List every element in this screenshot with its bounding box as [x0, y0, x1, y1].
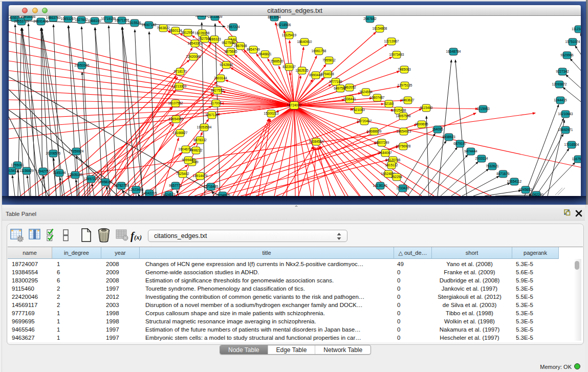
svg-text:9242848: 9242848 — [220, 63, 233, 67]
svg-text:19654923: 19654923 — [397, 129, 411, 133]
svg-text:2933114: 2933114 — [475, 157, 488, 160]
svg-text:2087682: 2087682 — [363, 17, 377, 20]
svg-text:10958107: 10958107 — [98, 180, 113, 184]
svg-text:15720407: 15720407 — [357, 119, 372, 123]
svg-text:7485063: 7485063 — [398, 68, 411, 71]
svg-text:22420046: 22420046 — [186, 55, 201, 58]
svg-text:12213309: 12213309 — [172, 84, 187, 88]
svg-text:2588520: 2588520 — [270, 59, 284, 63]
svg-text:9184067: 9184067 — [379, 151, 392, 155]
svg-text:1733426: 1733426 — [396, 186, 409, 190]
svg-text:8471676: 8471676 — [496, 172, 510, 176]
svg-text:1167533: 1167533 — [572, 157, 581, 161]
svg-text:8938923: 8938923 — [442, 135, 455, 139]
svg-text:7521083: 7521083 — [352, 108, 365, 112]
svg-text:1755061: 1755061 — [11, 163, 24, 167]
svg-text:17016504: 17016504 — [564, 143, 579, 146]
svg-text:12942757: 12942757 — [36, 169, 51, 173]
svg-text:10807487: 10807487 — [370, 96, 385, 99]
svg-text:11325419: 11325419 — [282, 33, 297, 37]
svg-text:9329966: 9329966 — [560, 53, 574, 57]
svg-text:14957598: 14957598 — [396, 114, 411, 118]
svg-text:9657771: 9657771 — [169, 184, 182, 187]
svg-text:9648231: 9648231 — [195, 16, 208, 17]
svg-text:9115460: 9115460 — [420, 106, 433, 110]
svg-text:7632621: 7632621 — [486, 164, 499, 168]
svg-text:11156829: 11156829 — [19, 169, 34, 172]
svg-text:2336441: 2336441 — [343, 97, 356, 101]
svg-text:10973493: 10973493 — [389, 53, 404, 56]
svg-text:9777169: 9777169 — [329, 80, 342, 83]
svg-text:10688609: 10688609 — [367, 129, 382, 133]
svg-text:252254: 252254 — [391, 175, 402, 179]
svg-text:3624554: 3624554 — [359, 90, 373, 94]
svg-text:9024513: 9024513 — [162, 193, 176, 196]
svg-text:18226058: 18226058 — [195, 31, 210, 35]
svg-text:14136141: 14136141 — [373, 184, 388, 187]
svg-text:3915411: 3915411 — [9, 169, 18, 172]
svg-text:8878332: 8878332 — [193, 138, 207, 142]
svg-text:19863743: 19863743 — [46, 16, 61, 19]
svg-text:1362635: 1362635 — [295, 69, 309, 72]
svg-text:1145194: 1145194 — [53, 171, 66, 174]
svg-text:20206576: 20206576 — [46, 151, 61, 155]
svg-text:16782759: 16782759 — [114, 184, 129, 187]
svg-text:1815112: 1815112 — [385, 163, 398, 167]
svg-text:19166827: 19166827 — [173, 131, 188, 135]
svg-text:3215953: 3215953 — [476, 107, 490, 111]
svg-text:3875685: 3875685 — [224, 50, 237, 53]
svg-text:18640910: 18640910 — [297, 40, 312, 43]
svg-text:1244415: 1244415 — [554, 98, 567, 102]
svg-text:18067142: 18067142 — [142, 23, 157, 27]
svg-text:16648784: 16648784 — [446, 50, 461, 53]
svg-text:12923446: 12923446 — [129, 188, 144, 191]
svg-text:10853267: 10853267 — [61, 17, 76, 20]
svg-text:11062240: 11062240 — [529, 193, 544, 196]
svg-text:10210643: 10210643 — [558, 112, 573, 116]
svg-text:10756928: 10756928 — [396, 144, 411, 148]
svg-text:6466160: 6466160 — [88, 19, 101, 23]
svg-text:8322037: 8322037 — [282, 65, 296, 69]
svg-text:14342215: 14342215 — [142, 191, 157, 195]
svg-text:19654955: 19654955 — [169, 117, 184, 121]
svg-text:7663822: 7663822 — [157, 26, 170, 30]
svg-text:9527500: 9527500 — [198, 37, 211, 40]
svg-text:7957224: 7957224 — [227, 25, 240, 29]
svg-text:16033809: 16033809 — [208, 16, 223, 18]
svg-text:8813054: 8813054 — [268, 16, 281, 19]
svg-text:7462052: 7462052 — [343, 85, 356, 89]
svg-text:9227342: 9227342 — [556, 70, 569, 73]
svg-text:2867608: 2867608 — [234, 44, 247, 48]
svg-text:10025438: 10025438 — [391, 108, 406, 112]
svg-text:12505185: 12505185 — [68, 173, 83, 177]
svg-text:20691406: 20691406 — [34, 19, 49, 23]
svg-text:15716485: 15716485 — [204, 185, 219, 188]
svg-text:9463627: 9463627 — [401, 98, 415, 102]
svg-text:12093872: 12093872 — [552, 82, 567, 86]
svg-text:15300213: 15300213 — [264, 112, 279, 115]
svg-text:18807249: 18807249 — [375, 141, 389, 144]
svg-text:2718170: 2718170 — [173, 70, 187, 73]
svg-text:16961758: 16961758 — [312, 49, 326, 53]
svg-text:1527602: 1527602 — [75, 18, 88, 21]
svg-text:7515526: 7515526 — [128, 21, 141, 25]
svg-text:12975135: 12975135 — [398, 83, 412, 87]
svg-text:29053346: 29053346 — [75, 63, 90, 67]
svg-text:10654112: 10654112 — [507, 180, 522, 183]
svg-text:8454749: 8454749 — [247, 48, 260, 51]
svg-text:16120746: 16120746 — [386, 158, 401, 162]
svg-text:6879197: 6879197 — [453, 142, 467, 145]
svg-text:9245652: 9245652 — [519, 188, 532, 191]
svg-text:18724007: 18724007 — [287, 103, 302, 107]
svg-text:10719155: 10719155 — [101, 17, 116, 20]
svg-text:9474444: 9474444 — [464, 149, 477, 153]
svg-text:62160: 62160 — [384, 102, 394, 105]
svg-text:9646821: 9646821 — [258, 52, 272, 56]
svg-text:11123404: 11123404 — [572, 27, 581, 31]
svg-text:19384554: 19384554 — [309, 140, 324, 143]
svg-text:9699695: 9699695 — [415, 122, 428, 126]
svg-text:117004: 117004 — [210, 101, 222, 105]
svg-text:16107552: 16107552 — [168, 101, 183, 105]
svg-text:16543362: 16543362 — [188, 41, 203, 45]
svg-text:16671355: 16671355 — [115, 18, 129, 22]
